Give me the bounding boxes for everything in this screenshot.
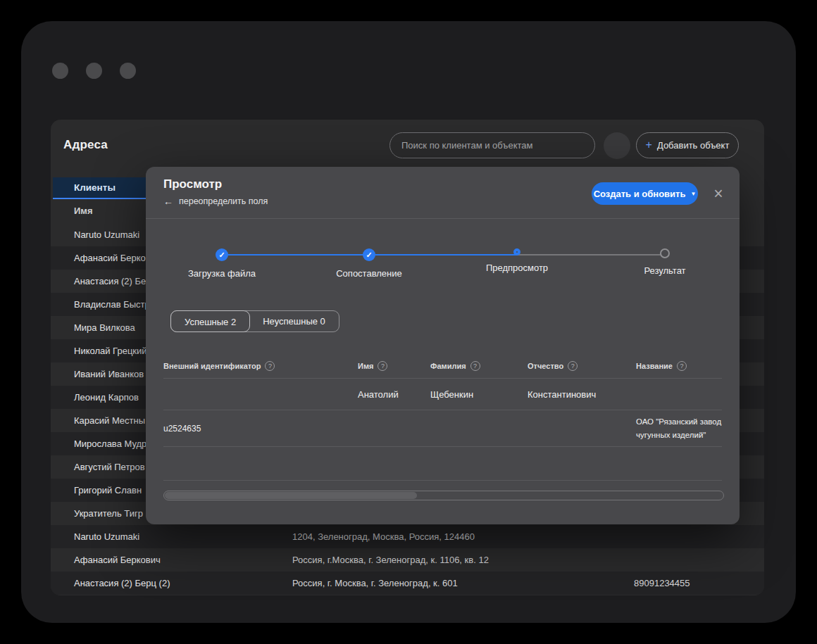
close-icon[interactable]: ×	[709, 184, 728, 203]
client-name: Мира Вилкова	[74, 316, 135, 339]
window-control-close[interactable]	[52, 63, 68, 79]
tab-successful[interactable]: Успешные 2	[170, 310, 250, 332]
client-name: Афанасий Берко	[74, 246, 146, 270]
scrollbar-thumb[interactable]	[165, 492, 417, 499]
modal-header-divider	[146, 218, 740, 219]
window-control-maximize[interactable]	[120, 63, 136, 79]
column-header-title: Название ?	[636, 361, 722, 371]
column-header-external-id: Внешний идентификатор ?	[163, 361, 358, 371]
help-icon[interactable]: ?	[568, 361, 578, 371]
client-name: Naruto Uzumaki	[74, 223, 139, 246]
empty-row	[163, 447, 722, 481]
client-name: Мирослава Мудр	[74, 432, 146, 455]
column-label: Фамилия	[430, 362, 466, 370]
import-preview-modal: Просмотр ← переопределить поля Создать и…	[146, 167, 740, 524]
table-row[interactable]: Афанасий Беркович Россия, г.Москва, г. З…	[51, 548, 764, 572]
column-header-patronymic: Отчество ?	[528, 361, 636, 371]
ext-id-cell: u2524635	[163, 424, 358, 434]
table-row[interactable]: Naruto Uzumaki 1204, Зеленоград, Москва,…	[51, 525, 764, 548]
modal-title: Просмотр	[163, 177, 222, 191]
preview-row[interactable]: u2524635 ОАО "Рязанский завод чугунных и…	[163, 410, 722, 447]
result-tabs: Успешные 2 Неуспешные 0	[170, 310, 339, 332]
column-label: Название	[636, 362, 673, 370]
window-control-minimize[interactable]	[86, 63, 102, 79]
preview-table-header: Внешний идентификатор ? Имя ? Фамилия ? …	[163, 353, 722, 379]
help-icon[interactable]: ?	[378, 361, 387, 371]
column-label: Отчество	[528, 362, 563, 370]
tab-unsuccessful[interactable]: Неуспешные 0	[249, 311, 339, 332]
check-icon: ✓	[216, 248, 228, 261]
current-step-icon	[513, 248, 520, 255]
redefine-fields-link[interactable]: ← переопределить поля	[163, 196, 268, 207]
step-label: Результат	[616, 265, 714, 276]
client-name: Леонид Карпов	[74, 386, 139, 409]
help-icon[interactable]: ?	[677, 361, 687, 371]
client-name: Августий Петров	[74, 455, 145, 479]
client-phone: 89091234455	[634, 572, 690, 595]
create-and-update-label: Создать и обновить	[594, 189, 686, 199]
tab-clients[interactable]: Клиенты	[53, 177, 146, 199]
client-name: Афанасий Беркович	[74, 548, 161, 572]
redefine-fields-label: переопределить поля	[179, 196, 268, 206]
client-address: 1204, Зеленоград, Москва, Россия, 124460	[292, 525, 475, 548]
step-label: Загрузка файла	[173, 268, 271, 279]
client-address: Россия, г. Москва, г. Зеленоград, к. 601	[292, 572, 458, 595]
client-name: Карасий Местны	[74, 409, 145, 432]
add-object-button[interactable]: + Добавить объект	[636, 132, 739, 158]
column-label: Имя	[358, 362, 373, 370]
client-name: Анастасия (2) Бер	[74, 270, 151, 293]
column-header-first-name: Имя ?	[358, 361, 430, 371]
horizontal-scrollbar[interactable]	[163, 491, 724, 500]
first-name-cell: Анатолий	[358, 389, 430, 400]
round-button[interactable]	[604, 132, 630, 159]
column-label: Внешний идентификатор	[163, 362, 261, 370]
add-object-label: Добавить объект	[657, 140, 729, 151]
preview-row[interactable]: Анатолий Щебенкин Константинович	[163, 379, 722, 410]
title-cell: ОАО "Рязанский завод чугунных изделий"	[636, 415, 722, 441]
client-name: Иваний Иванков	[74, 362, 144, 386]
client-name: Укратитель Тигр	[74, 502, 143, 525]
back-arrow-icon: ←	[163, 196, 173, 207]
help-icon[interactable]: ?	[265, 361, 275, 371]
client-name: Анастасия (2) Берц (2)	[74, 572, 170, 595]
chevron-down-icon: ▼	[690, 191, 696, 197]
step-label: Предпросмотр	[468, 263, 566, 273]
client-name: Николай Грецкий	[74, 339, 147, 362]
help-icon[interactable]: ?	[470, 361, 480, 371]
pending-step-icon	[660, 248, 670, 258]
page-title: Адреса	[63, 138, 108, 152]
step-mapping: ✓ Сопоставление	[320, 248, 418, 279]
last-name-cell: Щебенкин	[430, 389, 528, 400]
client-name: Григорий Славн	[74, 479, 142, 502]
step-preview: Предпросмотр	[468, 248, 566, 273]
step-upload: ✓ Загрузка файла	[173, 248, 271, 279]
table-row[interactable]: Анастасия (2) Берц (2) Россия, г. Москва…	[51, 572, 764, 595]
create-and-update-button[interactable]: Создать и обновить ▼	[592, 182, 698, 205]
plus-icon: +	[646, 139, 652, 151]
patronymic-cell: Константинович	[528, 389, 636, 400]
search-input[interactable]	[389, 132, 595, 158]
check-icon: ✓	[363, 248, 375, 261]
preview-table: Внешний идентификатор ? Имя ? Фамилия ? …	[163, 353, 722, 481]
client-name: Владислав Быстр	[74, 293, 150, 316]
client-address: Россия, г.Москва, г. Зеленоград, к. 1106…	[292, 548, 489, 572]
client-name: Naruto Uzumaki	[74, 525, 139, 548]
column-header-last-name: Фамилия ?	[430, 361, 528, 371]
column-header-name: Имя	[74, 199, 93, 223]
step-result: Результат	[616, 248, 714, 276]
step-label: Сопоставление	[320, 268, 418, 279]
